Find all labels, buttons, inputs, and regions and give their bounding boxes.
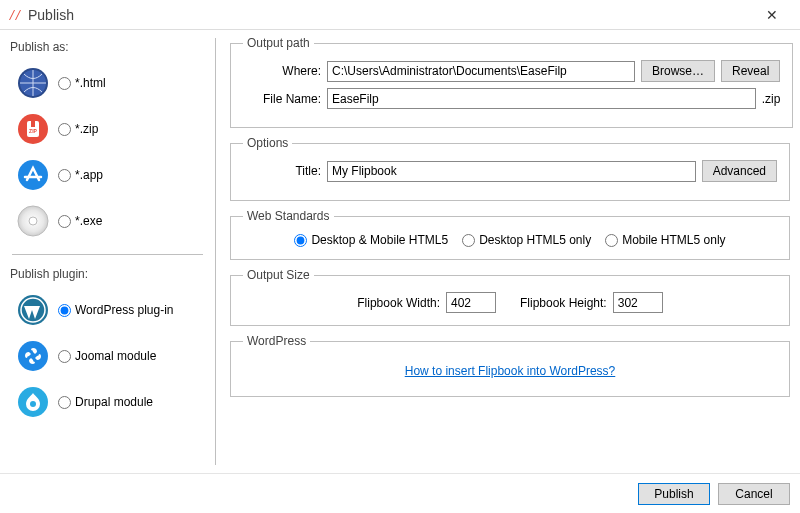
app-store-icon <box>16 158 50 192</box>
window-title: Publish <box>28 7 74 23</box>
publish-button[interactable]: Publish <box>638 483 710 505</box>
format-zip-label: *.zip <box>75 122 98 136</box>
reveal-button[interactable]: Reveal <box>721 60 780 82</box>
height-label: Flipbook Height: <box>520 296 607 310</box>
output-size-legend: Output Size <box>243 268 314 282</box>
options-group: Options Title: Advanced <box>230 136 790 201</box>
plugin-joomla-radio[interactable] <box>58 350 71 363</box>
format-html-label: *.html <box>75 76 106 90</box>
plugin-drupal-label: Drupal module <box>75 395 153 409</box>
plugin-joomla-label: Joomal module <box>75 349 156 363</box>
wordpress-help-link[interactable]: How to insert Flipbook into WordPress? <box>405 364 616 378</box>
output-path-group: Output path Where: Browse… Reveal File N… <box>230 36 793 128</box>
format-app-radio[interactable] <box>58 169 71 182</box>
zip-icon: ZIP <box>16 112 50 146</box>
filename-input[interactable] <box>327 88 756 109</box>
app-icon <box>8 8 22 22</box>
plugin-wordpress-row[interactable]: WordPress plug-in <box>10 287 205 333</box>
format-html-row[interactable]: *.html <box>10 60 205 106</box>
titlebar: Publish ✕ <box>0 0 800 30</box>
joomla-icon <box>16 339 50 373</box>
height-input[interactable] <box>613 292 663 313</box>
title-label: Title: <box>243 164 321 178</box>
plugin-wordpress-label: WordPress plug-in <box>75 303 173 317</box>
format-exe-radio[interactable] <box>58 215 71 228</box>
ws-radio-0[interactable] <box>294 234 307 247</box>
format-html-radio[interactable] <box>58 77 71 90</box>
wordpress-group: WordPress How to insert Flipbook into Wo… <box>230 334 790 397</box>
publish-as-label: Publish as: <box>10 40 205 54</box>
output-path-legend: Output path <box>243 36 314 50</box>
format-zip-radio[interactable] <box>58 123 71 136</box>
close-icon: ✕ <box>766 7 778 23</box>
divider <box>12 254 203 255</box>
svg-point-6 <box>18 160 48 190</box>
ws-opt-1[interactable]: Desktop HTML5 only <box>462 233 591 247</box>
where-input[interactable] <box>327 61 635 82</box>
title-input[interactable] <box>327 161 696 182</box>
web-standards-group: Web Standards Desktop & Mobile HTML5 Des… <box>230 209 790 260</box>
globe-icon <box>16 66 50 100</box>
close-button[interactable]: ✕ <box>752 7 792 23</box>
format-zip-row[interactable]: ZIP *.zip <box>10 106 205 152</box>
format-app-label: *.app <box>75 168 103 182</box>
publish-plugin-label: Publish plugin: <box>10 267 205 281</box>
options-legend: Options <box>243 136 292 150</box>
ws-opt-2[interactable]: Mobile HTML5 only <box>605 233 725 247</box>
drupal-icon <box>16 385 50 419</box>
browse-button[interactable]: Browse… <box>641 60 715 82</box>
format-app-row[interactable]: *.app <box>10 152 205 198</box>
left-panel: Publish as: *.html ZIP *.zip *.app *.exe <box>0 30 215 473</box>
filename-extension: .zip <box>762 92 781 106</box>
web-standards-legend: Web Standards <box>243 209 334 223</box>
output-size-group: Output Size Flipbook Width: Flipbook Hei… <box>230 268 790 326</box>
filename-label: File Name: <box>243 92 321 106</box>
wordpress-legend: WordPress <box>243 334 310 348</box>
cancel-button[interactable]: Cancel <box>718 483 790 505</box>
ws-radio-1[interactable] <box>462 234 475 247</box>
svg-rect-4 <box>31 121 35 127</box>
format-exe-label: *.exe <box>75 214 102 228</box>
where-label: Where: <box>243 64 321 78</box>
right-panel: Output path Where: Browse… Reveal File N… <box>216 30 800 473</box>
plugin-drupal-radio[interactable] <box>58 396 71 409</box>
svg-point-13 <box>30 401 36 407</box>
format-exe-row[interactable]: *.exe <box>10 198 205 244</box>
ws-radio-2[interactable] <box>605 234 618 247</box>
ws-opt-0[interactable]: Desktop & Mobile HTML5 <box>294 233 448 247</box>
disc-icon <box>16 204 50 238</box>
svg-text:ZIP: ZIP <box>29 128 37 134</box>
footer: Publish Cancel <box>0 473 800 513</box>
plugin-wordpress-radio[interactable] <box>58 304 71 317</box>
svg-point-8 <box>29 217 37 225</box>
width-input[interactable] <box>446 292 496 313</box>
plugin-joomla-row[interactable]: Joomal module <box>10 333 205 379</box>
wordpress-icon <box>16 293 50 327</box>
svg-point-11 <box>18 341 48 371</box>
plugin-drupal-row[interactable]: Drupal module <box>10 379 205 425</box>
advanced-button[interactable]: Advanced <box>702 160 777 182</box>
width-label: Flipbook Width: <box>357 296 440 310</box>
